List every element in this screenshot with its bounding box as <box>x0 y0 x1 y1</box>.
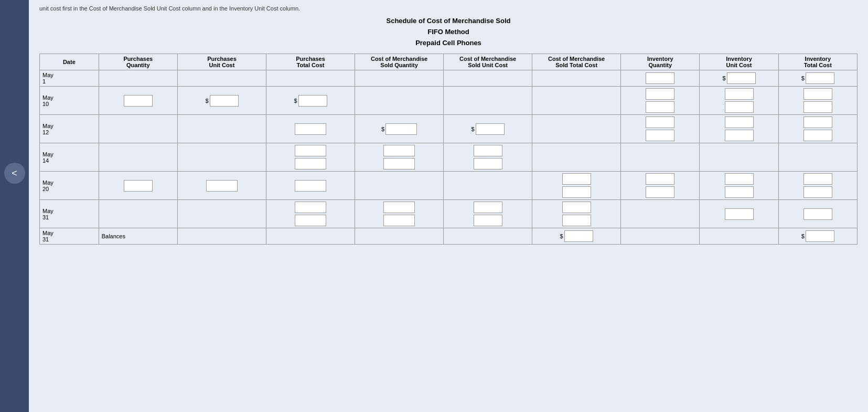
may10-purch-uc-input[interactable] <box>210 95 239 107</box>
may20-cms-tc-1[interactable] <box>562 173 591 185</box>
may31b-cms-uc <box>444 228 532 245</box>
may20-purch-tc <box>266 172 355 200</box>
may20-purch-tc-input[interactable] <box>295 180 326 192</box>
may31s-purch-qty <box>99 200 177 228</box>
may12-inv-qty-2[interactable] <box>646 130 674 141</box>
may31s-cms-uc-2[interactable] <box>474 215 502 226</box>
may31s-cms-tc-2[interactable] <box>562 215 591 226</box>
may31s-cms-qty-2[interactable] <box>383 215 415 226</box>
may31b-cms-tc-input[interactable] <box>564 230 593 242</box>
may12-purch-uc <box>177 115 266 143</box>
may10-inv-uc-1[interactable] <box>725 88 754 100</box>
may20-inv-qty <box>621 172 700 200</box>
may1-inv-qty <box>621 70 700 87</box>
may31s-purch-tc-2[interactable] <box>295 215 326 226</box>
may12-inv-tc-1[interactable] <box>803 117 832 128</box>
may10-purch-qty-input[interactable] <box>124 95 153 107</box>
header-purchases-total-cost: PurchasesTotal Cost <box>266 54 355 70</box>
may20-cms-tc <box>532 172 621 200</box>
may12-purch-qty <box>99 115 177 143</box>
may14-cms-uc-1[interactable] <box>474 145 502 156</box>
may14-inv-qty <box>621 143 700 172</box>
may10-inv-uc-2[interactable] <box>725 101 754 113</box>
may1-inv-qty-input[interactable] <box>646 72 674 84</box>
balances-label: Balances <box>99 228 177 245</box>
may12-inv-uc-1[interactable] <box>725 117 754 128</box>
date-may31-balances: May31 <box>40 228 99 245</box>
may1-purch-uc <box>177 70 266 87</box>
may1-inv-tc-input[interactable] <box>806 72 834 84</box>
may20-inv-tc-1[interactable] <box>803 173 832 185</box>
may20-inv-qty-2[interactable] <box>646 186 674 198</box>
may12-purch-tc-input[interactable] <box>295 123 326 135</box>
may10-inv-tc <box>778 87 857 115</box>
date-may31-sale: May31 <box>40 200 99 228</box>
may12-inv-uc-2[interactable] <box>725 130 754 141</box>
may31b-inv-tc-input[interactable] <box>806 230 834 242</box>
may14-inv-uc <box>700 143 778 172</box>
may10-inv-qty-2[interactable] <box>646 101 674 113</box>
may12-cms-qty-input[interactable] <box>385 123 417 135</box>
may1-inv-tc: $ <box>778 70 857 87</box>
may1-inv-uc: $ <box>700 70 778 87</box>
nav-back-button[interactable]: < <box>4 163 25 184</box>
may10-inv-tc-1[interactable] <box>803 88 832 100</box>
header-inv-quantity: InventoryQuantity <box>621 54 700 70</box>
may20-cms-tc-2[interactable] <box>562 186 591 198</box>
may31b-cms-qty <box>355 228 444 245</box>
date-may1: May1 <box>40 70 99 87</box>
may20-inv-uc-2[interactable] <box>725 186 754 198</box>
schedule-table: Date PurchasesQuantity PurchasesUnit Cos… <box>39 54 858 245</box>
sidebar: < <box>0 0 29 412</box>
may20-inv-tc <box>778 172 857 200</box>
may12-cms-uc-input[interactable] <box>476 123 505 135</box>
may12-inv-qty <box>621 115 700 143</box>
may14-purch-qty <box>99 143 177 172</box>
may1-inv-tc-dollar: $ <box>801 75 805 81</box>
header-inv-unit-cost: InventoryUnit Cost <box>700 54 778 70</box>
may14-inv-tc <box>778 143 857 172</box>
may31s-inv-tc-1[interactable] <box>803 208 832 220</box>
may14-purch-tc-1[interactable] <box>295 145 326 156</box>
header-date: Date <box>40 54 99 70</box>
may20-purch-qty-input[interactable] <box>124 180 153 192</box>
may10-purch-tc: $ <box>266 87 355 115</box>
may31s-inv-tc <box>778 200 857 228</box>
may31s-purch-tc <box>266 200 355 228</box>
may31s-cms-uc-1[interactable] <box>474 202 502 213</box>
may31b-purch-uc <box>177 228 266 245</box>
may12-inv-qty-1[interactable] <box>646 117 674 128</box>
may20-inv-qty-1[interactable] <box>646 173 674 185</box>
may12-inv-uc <box>700 115 778 143</box>
may31s-cms-qty-1[interactable] <box>383 202 415 213</box>
may1-cms-qty <box>355 70 444 87</box>
may20-cms-qty <box>355 172 444 200</box>
may31s-purch-tc-1[interactable] <box>295 202 326 213</box>
may10-purch-tc-input[interactable] <box>298 95 327 107</box>
may31s-cms-tc-1[interactable] <box>562 202 591 213</box>
may20-purch-uc-input[interactable] <box>206 180 238 192</box>
may31s-inv-uc-1[interactable] <box>725 208 754 220</box>
may1-inv-uc-dollar: $ <box>722 75 725 81</box>
may20-inv-tc-2[interactable] <box>803 186 832 198</box>
may14-cms-qty-1[interactable] <box>383 145 415 156</box>
may20-inv-uc-1[interactable] <box>725 173 754 185</box>
table-row-may31-sale: May31 <box>40 200 858 228</box>
may10-inv-uc <box>700 87 778 115</box>
may10-inv-tc-2[interactable] <box>803 101 832 113</box>
may31b-inv-tc: $ <box>778 228 857 245</box>
may14-purch-tc-2[interactable] <box>295 158 326 170</box>
may14-cms-uc <box>444 143 532 172</box>
may14-purch-uc <box>177 143 266 172</box>
date-may12: May12 <box>40 115 99 143</box>
may14-cms-qty-2[interactable] <box>383 158 415 170</box>
may10-inv-qty-1[interactable] <box>646 88 674 100</box>
title-line1: Schedule of Cost of Merchandise Sold <box>39 16 858 27</box>
may12-inv-tc-2[interactable] <box>803 130 832 141</box>
title-line2: FIFO Method <box>39 27 858 38</box>
table-row-may1: May1 $ <box>40 70 858 87</box>
date-may10: May10 <box>40 87 99 115</box>
may31b-purch-tc <box>266 228 355 245</box>
may1-inv-uc-input[interactable] <box>727 72 756 84</box>
may14-cms-uc-2[interactable] <box>474 158 502 170</box>
